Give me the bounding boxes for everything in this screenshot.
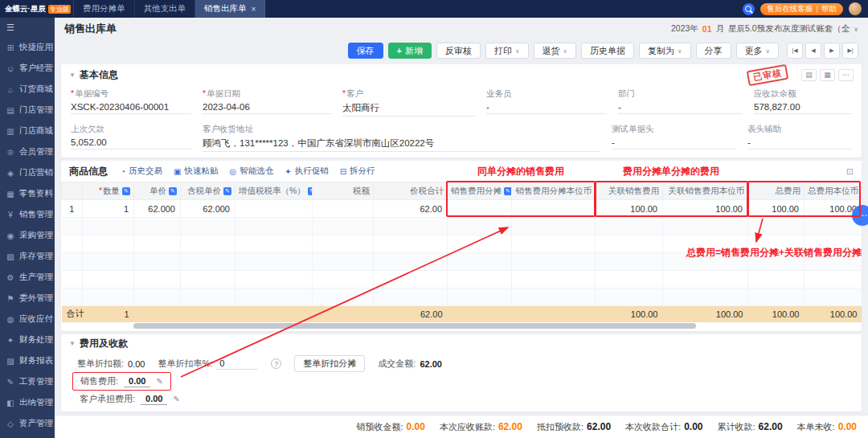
chat-bubble-icon[interactable]: ⋯ — [852, 205, 868, 226]
cell[interactable] — [62, 289, 83, 306]
cell[interactable] — [748, 235, 805, 253]
cell[interactable] — [748, 218, 805, 235]
cell[interactable] — [235, 253, 313, 271]
cell[interactable] — [83, 271, 134, 289]
cell[interactable] — [448, 289, 512, 306]
save-button[interactable]: 保存 — [348, 43, 383, 59]
support-pill[interactable]: 售后在线客服 帮助 — [760, 3, 843, 15]
field-value[interactable]: 顾鸿飞，131*****123，中国广东省深圳市南山区20222号 — [203, 137, 600, 152]
cell[interactable]: 100.00 — [596, 200, 663, 218]
discount-amount-value[interactable]: 0.00 — [128, 359, 145, 369]
cell[interactable] — [83, 253, 134, 271]
nav-last-button[interactable]: ▶| — [842, 43, 858, 59]
product-link[interactable]: ◎智能选仓 — [230, 166, 274, 177]
cell[interactable] — [663, 271, 748, 289]
customer-fee-value[interactable]: 0.00 — [141, 394, 167, 405]
cell[interactable] — [748, 253, 805, 271]
sidebar-item-ar-ap[interactable]: ◍应收应付 — [0, 309, 55, 330]
cell[interactable] — [235, 235, 313, 253]
field-value[interactable]: XSCK-20230406-00001 — [71, 102, 191, 114]
sidebar-item-purchase-mgmt[interactable]: ◉采购管理 — [0, 225, 55, 246]
chevron-down-icon[interactable]: ∨ — [854, 26, 858, 33]
cell[interactable] — [663, 218, 748, 235]
scrollbar-thumb[interactable] — [133, 323, 696, 329]
field-value[interactable]: - — [612, 137, 736, 149]
print-button[interactable]: 打印 ∨ — [485, 43, 529, 59]
cell[interactable] — [512, 218, 596, 235]
sidebar-item-payroll-mgmt[interactable]: ✎工资管理 — [0, 371, 55, 392]
cell[interactable] — [448, 218, 512, 235]
sidebar-item-finance-reports[interactable]: ▨财务报表 — [0, 350, 55, 371]
product-link[interactable]: ◔历史交易 — [121, 166, 162, 177]
sidebar-item-cashier-mgmt[interactable]: ◧出纳管理 — [0, 392, 55, 413]
cell[interactable] — [512, 200, 596, 218]
cell[interactable] — [83, 289, 134, 306]
sidebar-item-quick-apps[interactable]: ⊞快捷应用 — [0, 37, 55, 58]
discount-share-button[interactable]: 整单折扣分摊 — [294, 355, 365, 372]
cell[interactable] — [235, 271, 313, 289]
sidebar-item-customer-ops[interactable]: ☺客户经营 — [0, 58, 55, 79]
cell[interactable] — [134, 235, 181, 253]
expand-icon[interactable]: ⊡ — [846, 166, 854, 177]
cell[interactable]: 62.00 — [374, 200, 448, 218]
sidebar-item-production-mgmt[interactable]: ⚙生产管理 — [0, 267, 55, 288]
voucher-icon[interactable]: ▦ — [820, 69, 835, 81]
period-account[interactable]: 2023年 01 月 星辰5.0预发布灰度测试账套（全 ∨ — [671, 23, 858, 35]
cell[interactable] — [512, 235, 596, 253]
cell[interactable] — [83, 235, 134, 253]
collapse-icon[interactable]: ▼ — [69, 72, 76, 79]
sidebar-item-order-mall[interactable]: ⌂订货商城 — [0, 79, 55, 100]
field-value[interactable]: 578,827.00 — [754, 102, 852, 114]
cell[interactable] — [374, 235, 448, 253]
cell[interactable] — [663, 235, 748, 253]
cell[interactable] — [313, 253, 374, 271]
more-button[interactable]: 更多 ∨ — [736, 43, 780, 59]
home-icon[interactable]: ⌂ — [55, 0, 74, 18]
cell[interactable] — [374, 271, 448, 289]
cell[interactable] — [313, 200, 374, 218]
field-value[interactable]: 5,052.00 — [71, 137, 191, 149]
cell[interactable] — [235, 289, 313, 306]
add-button[interactable]: + 新增 — [388, 43, 432, 59]
copy-as-button[interactable]: 复制为 ∨ — [639, 43, 691, 59]
sidebar-item-member-mgmt[interactable]: ♔会员管理 — [0, 141, 55, 162]
sidebar-item-asset-mgmt[interactable]: ◇资产管理 — [0, 413, 55, 434]
search-icon[interactable] — [743, 3, 755, 15]
tab-费用分摊单[interactable]: 费用分摊单 — [74, 0, 135, 18]
cell[interactable] — [448, 235, 512, 253]
cell[interactable] — [448, 253, 512, 271]
field-value[interactable]: 2023-04-06 — [203, 102, 331, 114]
cell[interactable]: 100.00 — [748, 200, 805, 218]
help-circle-icon[interactable]: ? — [271, 358, 281, 369]
cell[interactable] — [313, 271, 374, 289]
cell[interactable] — [235, 218, 313, 235]
sidebar-item-sales-mgmt[interactable]: ¥销售管理 — [0, 204, 55, 225]
cell[interactable] — [83, 218, 134, 235]
nav-next-button[interactable]: ▶ — [824, 43, 840, 59]
cell[interactable] — [748, 271, 805, 289]
discount-rate-input[interactable]: 0 — [216, 358, 258, 370]
share-button[interactable]: 分享 — [696, 43, 731, 59]
cell[interactable]: 62.000 — [134, 200, 181, 218]
cell[interactable] — [663, 289, 748, 306]
edit-pencil-icon[interactable]: ✎ — [156, 377, 162, 386]
sidebar-item-outsourcing-mgmt[interactable]: ⚑委外管理 — [0, 288, 55, 309]
cell[interactable] — [374, 289, 448, 306]
product-link[interactable]: ⊟拆分行 — [340, 166, 375, 177]
cell[interactable] — [805, 235, 862, 253]
cell[interactable] — [512, 289, 596, 306]
user-avatar[interactable] — [849, 2, 862, 15]
cell[interactable]: 100.00 — [663, 200, 748, 218]
sidebar-item-finance-processing[interactable]: ✦财务处理 — [0, 330, 55, 350]
hamburger-icon[interactable]: ☰ — [0, 18, 55, 37]
cell[interactable] — [512, 271, 596, 289]
help-label[interactable]: 帮助 — [821, 4, 837, 14]
field-value[interactable]: - — [747, 137, 852, 149]
cell[interactable] — [62, 271, 83, 289]
cell[interactable] — [313, 289, 374, 306]
close-icon[interactable]: × — [252, 5, 256, 14]
cell[interactable] — [596, 218, 663, 235]
cell[interactable] — [181, 218, 235, 235]
history-button[interactable]: 历史单据 — [581, 43, 634, 59]
field-value[interactable]: - — [486, 102, 607, 114]
